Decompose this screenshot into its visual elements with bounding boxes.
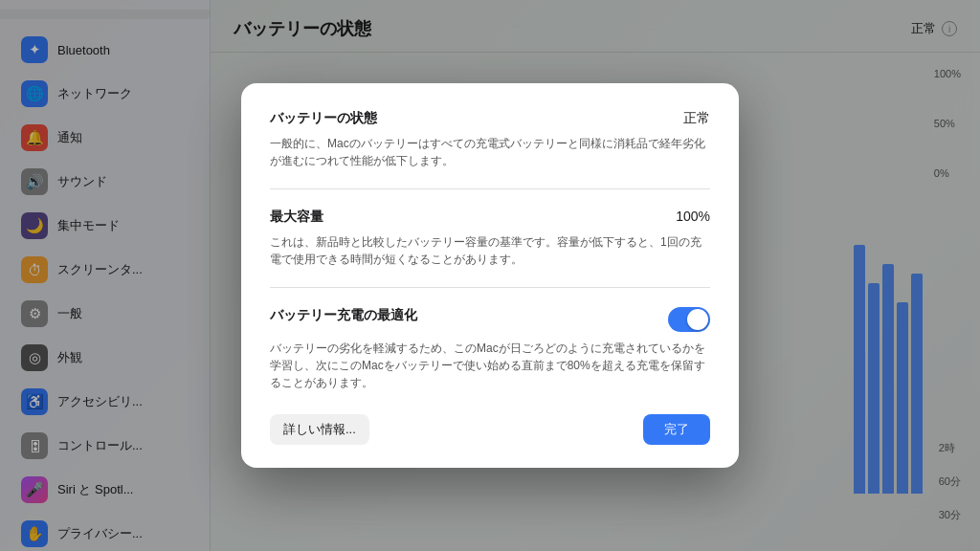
section1-value: 正常 [683,110,710,127]
optimized-charging-toggle[interactable] [668,307,710,332]
section3-title: バッテリー充電の最適化 [270,307,417,324]
section2-value: 100% [676,209,710,224]
section1-title: バッテリーの状態 [270,110,377,127]
done-button[interactable]: 完了 [643,414,710,445]
optimized-charging-section: バッテリー充電の最適化 バッテリーの劣化を軽減するため、このMacが日ごろどのよ… [270,287,710,391]
max-capacity-section: 最大容量 100% これは、新品時と比較したバッテリー容量の基準です。容量が低下… [270,188,710,268]
battery-status-modal: バッテリーの状態 正常 一般的に、Macのバッテリーはすべての充電式バッテリーと… [241,83,739,468]
battery-status-section: バッテリーの状態 正常 一般的に、Macのバッテリーはすべての充電式バッテリーと… [270,110,710,169]
modal-footer: 詳しい情報... 完了 [270,414,710,445]
toggle-wrapper [668,307,710,332]
section3-desc: バッテリーの劣化を軽減するため、このMacが日ごろどのように充電されているかを学… [270,340,710,391]
section2-header: 最大容量 100% [270,209,710,226]
section1-desc: 一般的に、Macのバッテリーはすべての充電式バッテリーと同様に消耗品で経年劣化が… [270,135,710,169]
section2-title: 最大容量 [270,209,323,226]
details-button[interactable]: 詳しい情報... [270,414,369,445]
section2-desc: これは、新品時と比較したバッテリー容量の基準です。容量が低下すると、1回の充電で… [270,233,710,268]
section3-header: バッテリー充電の最適化 [270,307,710,332]
modal-backdrop: バッテリーの状態 正常 一般的に、Macのバッテリーはすべての充電式バッテリーと… [0,0,980,551]
section1-header: バッテリーの状態 正常 [270,110,710,127]
